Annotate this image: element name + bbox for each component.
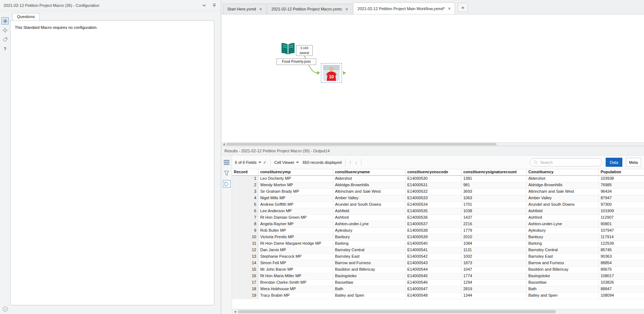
data-cell[interactable]: Batley and Spen: [333, 293, 405, 299]
data-cell[interactable]: Basingstoke: [527, 273, 599, 280]
search-input[interactable]: [540, 160, 598, 165]
record-number-cell[interactable]: 14: [232, 260, 258, 267]
record-number-cell[interactable]: 9: [232, 228, 258, 234]
data-cell[interactable]: E14000547: [405, 286, 461, 293]
scrollbar-thumb[interactable]: [226, 143, 497, 145]
record-number-cell[interactable]: 3: [232, 189, 258, 195]
document-tab[interactable]: Start Here.yxmd×: [223, 4, 266, 14]
data-cell[interactable]: 2010: [461, 234, 527, 241]
table-row[interactable]: 4Nigel Mills MPAmber ValleyE140005331063…: [232, 195, 644, 202]
data-cell[interactable]: Rob Butler MP: [258, 228, 333, 234]
data-cell[interactable]: E14000543: [405, 260, 461, 267]
data-cell[interactable]: Ashton-under-Lyne: [527, 221, 599, 228]
tool-annotation[interactable]: 3,183 450KB: [296, 45, 313, 56]
data-cell[interactable]: Leo Docherty MP: [258, 176, 333, 182]
record-number-cell[interactable]: 2: [232, 182, 258, 189]
data-cell[interactable]: Aylesbury: [527, 228, 599, 234]
configuration-gear-icon[interactable]: [1, 17, 9, 25]
data-cell[interactable]: 1701: [461, 202, 527, 208]
data-cell[interactable]: Simon Fell MP: [258, 260, 333, 267]
data-cell[interactable]: 88847: [599, 286, 644, 293]
data-cell[interactable]: 103938: [599, 176, 644, 182]
data-cell[interactable]: E14000536: [405, 215, 461, 221]
record-number-cell[interactable]: 11: [232, 241, 258, 247]
data-cell[interactable]: Batley and Spen: [527, 293, 599, 299]
data-cell[interactable]: 108017: [599, 273, 644, 280]
data-cell[interactable]: 85745: [599, 247, 644, 254]
cell-viewer-dropdown[interactable]: Cell Viewer: [274, 160, 299, 165]
data-cell[interactable]: 1047: [461, 267, 527, 273]
data-cell[interactable]: 76985: [599, 182, 644, 189]
data-cell[interactable]: Rt Hon Damian Green MP: [258, 215, 333, 221]
data-cell[interactable]: 1002: [461, 254, 527, 260]
macro-tool[interactable]: 10: [323, 65, 340, 81]
filter-funnel-icon[interactable]: [223, 169, 231, 177]
help-icon[interactable]: ?: [1, 45, 9, 53]
output-connection-icon[interactable]: [223, 180, 231, 188]
table-row[interactable]: 18Wera Hobhouse MPBathE140005472819Bath8…: [232, 286, 644, 293]
record-number-cell[interactable]: 15: [232, 267, 258, 273]
record-number-cell[interactable]: 5: [232, 202, 258, 208]
data-cell[interactable]: Barnsley Central: [333, 247, 405, 254]
data-cell[interactable]: 87947: [599, 195, 644, 202]
new-tab-button[interactable]: +: [458, 3, 468, 12]
data-cell[interactable]: Barnsley East: [333, 254, 405, 260]
data-cell[interactable]: 96434: [599, 189, 644, 195]
record-number-cell[interactable]: 12: [232, 247, 258, 254]
data-cell[interactable]: 108094: [599, 293, 644, 299]
data-cell[interactable]: Sir Graham Brady MP: [258, 189, 333, 195]
data-cell[interactable]: 117914: [599, 234, 644, 241]
record-number-cell[interactable]: 18: [232, 286, 258, 293]
data-cell[interactable]: 2216: [461, 221, 527, 228]
table-row[interactable]: 9Rob Butler MPAylesburyE140005381779Ayle…: [232, 228, 644, 234]
record-number-cell[interactable]: 4: [232, 195, 258, 202]
data-cell[interactable]: 97300: [599, 202, 644, 208]
data-cell[interactable]: Barrow and Furness: [527, 260, 599, 267]
table-row[interactable]: 5Andrew Griffith MPArundel and South Dow…: [232, 202, 644, 208]
data-cell[interactable]: E14000546: [405, 280, 461, 286]
data-cell[interactable]: 1873: [461, 260, 527, 267]
data-cell[interactable]: 122539: [599, 241, 644, 247]
data-cell[interactable]: 107947: [599, 228, 644, 234]
table-row[interactable]: 6Lee Anderson MPAshfieldE140005351038Ash…: [232, 208, 644, 215]
data-cell[interactable]: Wendy Morton MP: [258, 182, 333, 189]
data-cell[interactable]: 1381: [461, 176, 527, 182]
data-cell[interactable]: Rt Hon Maria Miller MP: [258, 273, 333, 280]
data-cell[interactable]: 1063: [461, 195, 527, 202]
collapse-panel-icon[interactable]: [2, 306, 8, 312]
table-row[interactable]: 13Stephanie Peacock MPBarnsley EastE1400…: [232, 254, 644, 260]
table-row[interactable]: 1Leo Docherty MPAldershotE140005301381Al…: [232, 176, 644, 182]
scroll-left-arrow-icon[interactable]: [223, 143, 225, 145]
data-cell[interactable]: E14000531: [405, 182, 461, 189]
data-cell[interactable]: Dan Jarvis MP: [258, 247, 333, 254]
scroll-left-arrow-icon[interactable]: [234, 311, 236, 313]
annotation-tag-icon[interactable]: [1, 36, 9, 43]
column-header[interactable]: Constituency: [527, 169, 599, 175]
data-cell[interactable]: 90363: [599, 254, 644, 260]
canvas-horizontal-scrollbar[interactable]: [222, 142, 644, 146]
data-cell[interactable]: Aldridge-Brownhills: [527, 182, 599, 189]
data-cell[interactable]: Andrew Griffith MP: [258, 202, 333, 208]
table-row[interactable]: 12Dan Jarvis MPBarnsley CentralE14000541…: [232, 247, 644, 254]
pin-icon[interactable]: [211, 3, 217, 8]
data-cell[interactable]: 90801: [599, 221, 644, 228]
input-data-tool[interactable]: [280, 42, 296, 57]
column-header[interactable]: constituencysignaturecount: [461, 169, 527, 175]
record-number-cell[interactable]: 8: [232, 221, 258, 228]
data-cell[interactable]: Amber Valley: [527, 195, 599, 202]
data-cell[interactable]: Barnsley East: [527, 254, 599, 260]
data-cell[interactable]: E14000530: [405, 176, 461, 182]
data-cell[interactable]: 3693: [461, 189, 527, 195]
document-tab[interactable]: 2021-02-12 Petition Project Macro.yxmc×: [267, 4, 352, 14]
data-cell[interactable]: E14000535: [405, 208, 461, 215]
data-cell[interactable]: E14000532: [405, 189, 461, 195]
record-number-cell[interactable]: 7: [232, 215, 258, 221]
data-cell[interactable]: Brendan Clarke-Smith MP: [258, 280, 333, 286]
data-cell[interactable]: Bath: [333, 286, 405, 293]
data-cell[interactable]: E14000541: [405, 247, 461, 254]
fields-dropdown[interactable]: 6 of 6 Fields ✓: [235, 160, 267, 165]
data-cell[interactable]: E14000540: [405, 241, 461, 247]
data-cell[interactable]: Aylesbury: [333, 228, 405, 234]
data-cell[interactable]: Altrincham and Sale West: [527, 189, 599, 195]
workflow-canvas[interactable]: 3,183 450KB Food Poverty.json 10: [222, 14, 644, 146]
